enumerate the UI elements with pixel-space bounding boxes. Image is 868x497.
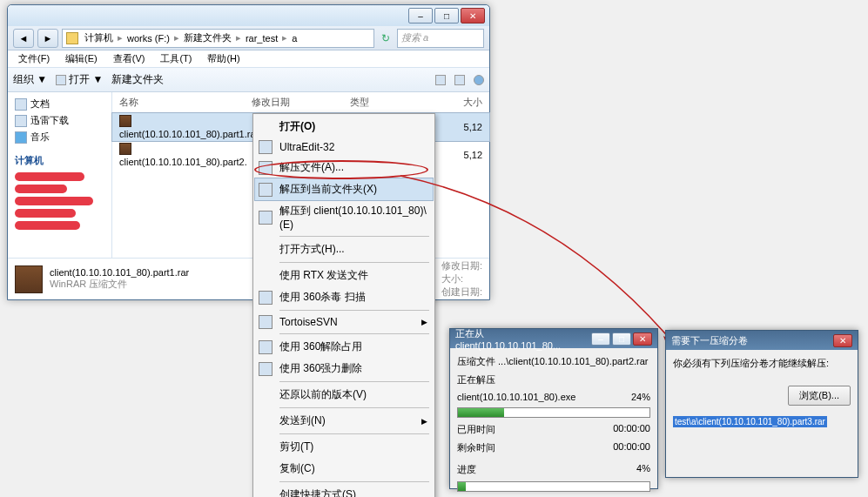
remain-label: 剩余时间 [457,441,495,454]
nav-computer[interactable]: 计算机 [11,152,108,169]
close-button[interactable]: ✕ [833,334,852,347]
elapsed-label: 已用时间 [457,423,495,436]
folder-icon [66,32,78,44]
ctx-item[interactable]: 解压文件(A)... [255,157,433,178]
volume-path[interactable]: test\a\client(10.10.10.101_80).part3.rar [673,416,827,427]
dialog-titlebar: 需要下一压缩分卷 ✕ [666,331,858,350]
menu-icon [259,140,273,154]
current-file: client(10.10.10.101_80).exe [457,392,575,402]
menu-icon [259,315,273,329]
crumb-current[interactable]: a [289,33,299,44]
ctx-item[interactable]: UltraEdit-32 [255,138,433,157]
menu-help[interactable]: 帮助(H) [200,50,246,67]
details-filetype: WinRAR 压缩文件 [50,278,189,291]
menu-tools[interactable]: 工具(T) [153,50,198,67]
forward-button[interactable]: ► [37,29,58,48]
menu-icon [259,161,273,175]
menubar: 文件(F) 编辑(E) 查看(V) 工具(T) 帮助(H) [8,50,489,68]
ctx-item[interactable]: 解压到当前文件夹(X) [255,178,433,200]
col-size[interactable]: 大小 [436,96,482,109]
redacted [15,185,67,193]
context-menu: 打开(O)UltraEdit-32解压文件(A)...解压到当前文件夹(X)解压… [252,113,435,497]
crumb-folder2[interactable]: rar_test [243,33,280,44]
toolbar: 组织 ▼ 打开 ▼ 新建文件夹 [8,68,489,92]
new-folder-button[interactable]: 新建文件夹 [111,72,164,87]
menu-icon [259,291,273,305]
dialog-title: 正在从 client(10.10.10.101_80... [455,327,591,351]
extraction-dialog: 正在从 client(10.10.10.101_80... – □ ✕ 压缩文件… [449,328,658,489]
ctx-item[interactable]: 使用 RTX 发送文件 [255,265,433,286]
menu-icon [259,211,273,225]
maximize-button[interactable]: □ [434,8,459,24]
column-headers[interactable]: 名称 修改日期 类型 大小 [112,92,489,113]
ctx-item[interactable]: 发送到(N)▶ [255,410,433,432]
col-type[interactable]: 类型 [350,96,436,109]
ctx-item[interactable]: 剪切(T) [255,436,433,458]
redacted [15,221,80,230]
ctx-item[interactable]: 打开(O) [255,116,433,138]
dialog-title: 需要下一压缩分卷 [671,334,748,347]
menu-icon [259,362,273,376]
rar-icon [15,265,43,293]
browse-button[interactable]: 浏览(B)... [788,386,851,406]
search-input[interactable]: 搜索 a [397,29,484,48]
details-filename: client(10.10.10.101_80).part1.rar [50,267,189,278]
ctx-item[interactable]: 创建快捷方式(S) [255,484,433,497]
ctx-item[interactable]: 使用 360杀毒 扫描 [255,286,433,308]
col-date[interactable]: 修改日期 [252,96,351,109]
archive-label: 压缩文件 ...\client(10.10.10.101_80).part2.r… [457,355,650,368]
menu-file[interactable]: 文件(F) [11,50,57,67]
redacted [15,209,76,218]
crumb-computer[interactable]: 计算机 [82,31,116,44]
ctx-item[interactable]: 打开方式(H)... [255,238,433,260]
file-percent: 24% [631,392,650,402]
total-percent: 4% [636,463,650,476]
nav-downloads[interactable]: 迅雷下载 [11,112,108,129]
menu-icon [259,340,273,354]
redacted [15,172,84,181]
refresh-icon[interactable]: ↻ [378,32,394,44]
breadcrumb[interactable]: 计算机▸ works (F:)▸ 新建文件夹▸ rar_test▸ a [62,29,374,48]
view-icon[interactable] [435,75,446,85]
file-progress-bar [457,407,650,418]
help-icon[interactable] [474,75,484,85]
close-button[interactable]: ✕ [461,8,485,24]
menu-edit[interactable]: 编辑(E) [58,50,104,67]
navigation-pane: 文档 迅雷下载 音乐 计算机 [8,92,112,258]
crumb-drive[interactable]: works (F:) [124,33,172,44]
ctx-item[interactable]: 使用 360强力删除 [255,358,433,379]
col-name[interactable]: 名称 [119,96,252,109]
minimize-button[interactable]: – [408,8,433,24]
progress-label: 进度 [457,463,476,476]
back-button[interactable]: ◄ [13,29,34,48]
ctx-item[interactable]: 复制(C) [255,458,433,480]
extracting-label: 正在解压 [457,373,650,386]
titlebar: – □ ✕ [8,5,489,26]
ctx-item[interactable]: 使用 360解除占用 [255,336,433,358]
crumb-folder1[interactable]: 新建文件夹 [181,31,234,44]
organize-button[interactable]: 组织 ▼ [13,72,47,87]
menu-icon [259,183,273,197]
nav-documents[interactable]: 文档 [11,96,108,112]
rar-icon [119,115,131,127]
open-button[interactable]: 打开 ▼ [56,72,103,87]
ctx-item[interactable]: TortoiseSVN▶ [255,312,433,332]
total-progress-bar [457,481,650,492]
music-icon [15,131,27,144]
redacted [15,197,93,205]
nav-music[interactable]: 音乐 [11,129,108,145]
rar-icon [119,143,131,155]
maximize-button[interactable]: □ [612,332,631,346]
documents-icon [15,98,27,111]
preview-icon[interactable] [454,75,465,85]
dialog-titlebar: 正在从 client(10.10.10.101_80... – □ ✕ [450,329,657,348]
elapsed-time: 00:00:00 [613,423,650,436]
volume-message: 你必须有下列压缩分卷才能继续解压: [673,357,851,370]
rar-icon [56,75,66,85]
ctx-item[interactable]: 解压到 client(10.10.10.101_80)\(E) [255,200,433,234]
ctx-item[interactable]: 还原以前的版本(V) [255,384,433,406]
menu-view[interactable]: 查看(V) [106,50,152,67]
remain-time: 00:00:00 [613,441,650,454]
close-button[interactable]: ✕ [633,332,652,346]
minimize-button[interactable]: – [591,332,610,346]
